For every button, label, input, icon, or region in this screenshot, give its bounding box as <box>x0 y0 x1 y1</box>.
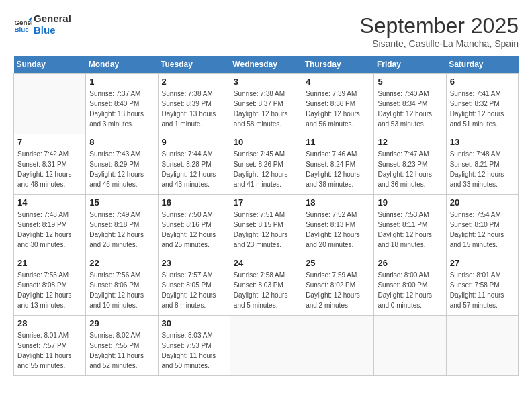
header-row: SundayMondayTuesdayWednesdayThursdayFrid… <box>14 56 519 74</box>
day-info: Sunrise: 7:39 AMSunset: 8:36 PMDaylight:… <box>306 89 370 129</box>
logo-line1: General <box>34 13 71 25</box>
svg-text:Blue: Blue <box>14 25 29 32</box>
day-number: 22 <box>89 258 154 268</box>
day-cell <box>302 316 374 376</box>
day-cell: 7Sunrise: 7:42 AMSunset: 8:31 PMDaylight… <box>14 134 86 195</box>
day-info: Sunrise: 7:59 AMSunset: 8:02 PMDaylight:… <box>306 270 370 310</box>
day-info: Sunrise: 7:41 AMSunset: 8:32 PMDaylight:… <box>450 89 515 129</box>
day-number: 27 <box>450 258 515 268</box>
week-row-1: 1Sunrise: 7:37 AMSunset: 8:40 PMDaylight… <box>14 74 519 134</box>
day-cell: 18Sunrise: 7:52 AMSunset: 8:13 PMDayligh… <box>302 195 374 255</box>
day-cell: 2Sunrise: 7:38 AMSunset: 8:39 PMDaylight… <box>158 74 230 134</box>
day-info: Sunrise: 8:02 AMSunset: 7:55 PMDaylight:… <box>89 330 154 371</box>
day-info: Sunrise: 7:38 AMSunset: 8:37 PMDaylight:… <box>234 89 298 129</box>
day-number: 7 <box>17 137 82 147</box>
day-number: 3 <box>234 77 298 87</box>
day-number: 9 <box>162 137 226 147</box>
day-cell: 24Sunrise: 7:58 AMSunset: 8:03 PMDayligh… <box>230 255 302 316</box>
day-number: 20 <box>450 197 515 208</box>
day-cell: 1Sunrise: 7:37 AMSunset: 8:40 PMDaylight… <box>86 74 158 134</box>
day-info: Sunrise: 7:55 AMSunset: 8:08 PMDaylight:… <box>17 270 82 310</box>
calendar-header: SundayMondayTuesdayWednesdayThursdayFrid… <box>14 56 519 74</box>
header-cell-wednesday: Wednesday <box>230 56 302 74</box>
day-cell: 22Sunrise: 7:56 AMSunset: 8:06 PMDayligh… <box>86 255 158 316</box>
day-info: Sunrise: 8:01 AMSunset: 7:58 PMDaylight:… <box>450 270 515 310</box>
title-block: September 2025 Sisante, Castille-La Manc… <box>359 13 519 49</box>
day-cell: 10Sunrise: 7:45 AMSunset: 8:26 PMDayligh… <box>230 134 302 195</box>
day-number: 13 <box>450 137 515 147</box>
week-row-2: 7Sunrise: 7:42 AMSunset: 8:31 PMDaylight… <box>14 134 519 195</box>
day-info: Sunrise: 7:51 AMSunset: 8:15 PMDaylight:… <box>234 210 298 250</box>
day-cell <box>230 316 302 376</box>
day-info: Sunrise: 7:56 AMSunset: 8:06 PMDaylight:… <box>89 270 154 310</box>
day-cell: 27Sunrise: 8:01 AMSunset: 7:58 PMDayligh… <box>446 255 518 316</box>
day-cell: 13Sunrise: 7:48 AMSunset: 8:21 PMDayligh… <box>446 134 518 195</box>
day-number: 12 <box>378 137 442 147</box>
logo: General Blue General Blue <box>13 13 71 36</box>
header-cell-friday: Friday <box>374 56 446 74</box>
day-number: 29 <box>89 318 154 328</box>
week-row-3: 14Sunrise: 7:48 AMSunset: 8:19 PMDayligh… <box>14 195 519 255</box>
day-cell: 20Sunrise: 7:54 AMSunset: 8:10 PMDayligh… <box>446 195 518 255</box>
day-cell: 11Sunrise: 7:46 AMSunset: 8:24 PMDayligh… <box>302 134 374 195</box>
day-number: 11 <box>306 137 370 147</box>
day-number: 28 <box>17 318 82 328</box>
day-number: 30 <box>162 318 226 328</box>
day-info: Sunrise: 7:58 AMSunset: 8:03 PMDaylight:… <box>234 270 298 310</box>
calendar-table: SundayMondayTuesdayWednesdayThursdayFrid… <box>13 56 519 376</box>
day-info: Sunrise: 7:37 AMSunset: 8:40 PMDaylight:… <box>89 89 154 129</box>
day-info: Sunrise: 7:43 AMSunset: 8:29 PMDaylight:… <box>89 149 154 189</box>
location-subtitle: Sisante, Castille-La Mancha, Spain <box>359 38 519 49</box>
day-info: Sunrise: 7:40 AMSunset: 8:34 PMDaylight:… <box>378 89 442 129</box>
header-cell-saturday: Saturday <box>446 56 518 74</box>
day-number: 15 <box>89 197 154 208</box>
day-cell: 26Sunrise: 8:00 AMSunset: 8:00 PMDayligh… <box>374 255 446 316</box>
day-cell: 16Sunrise: 7:50 AMSunset: 8:16 PMDayligh… <box>158 195 230 255</box>
day-cell: 19Sunrise: 7:53 AMSunset: 8:11 PMDayligh… <box>374 195 446 255</box>
day-cell: 17Sunrise: 7:51 AMSunset: 8:15 PMDayligh… <box>230 195 302 255</box>
header-cell-monday: Monday <box>86 56 158 74</box>
day-number: 26 <box>378 258 442 268</box>
day-cell: 4Sunrise: 7:39 AMSunset: 8:36 PMDaylight… <box>302 74 374 134</box>
day-number: 1 <box>89 77 154 87</box>
day-cell <box>374 316 446 376</box>
day-info: Sunrise: 7:44 AMSunset: 8:28 PMDaylight:… <box>162 149 226 189</box>
day-info: Sunrise: 7:48 AMSunset: 8:19 PMDaylight:… <box>17 210 82 250</box>
day-cell: 5Sunrise: 7:40 AMSunset: 8:34 PMDaylight… <box>374 74 446 134</box>
day-cell <box>14 74 86 134</box>
day-number: 23 <box>162 258 226 268</box>
day-info: Sunrise: 7:49 AMSunset: 8:18 PMDaylight:… <box>89 210 154 250</box>
header-cell-sunday: Sunday <box>14 56 86 74</box>
day-info: Sunrise: 8:01 AMSunset: 7:57 PMDaylight:… <box>17 330 82 371</box>
day-cell: 8Sunrise: 7:43 AMSunset: 8:29 PMDaylight… <box>86 134 158 195</box>
day-number: 6 <box>450 77 515 87</box>
day-number: 18 <box>306 197 370 208</box>
day-info: Sunrise: 7:50 AMSunset: 8:16 PMDaylight:… <box>162 210 226 250</box>
day-info: Sunrise: 7:52 AMSunset: 8:13 PMDaylight:… <box>306 210 370 250</box>
day-number: 5 <box>378 77 442 87</box>
header: General Blue General Blue September 2025… <box>13 13 519 49</box>
day-info: Sunrise: 7:53 AMSunset: 8:11 PMDaylight:… <box>378 210 442 250</box>
day-number: 25 <box>306 258 370 268</box>
logo-icon: General Blue <box>13 15 32 34</box>
day-number: 24 <box>234 258 298 268</box>
day-info: Sunrise: 7:45 AMSunset: 8:26 PMDaylight:… <box>234 149 298 189</box>
calendar-body: 1Sunrise: 7:37 AMSunset: 8:40 PMDaylight… <box>14 74 519 376</box>
day-number: 8 <box>89 137 154 147</box>
header-cell-thursday: Thursday <box>302 56 374 74</box>
header-cell-tuesday: Tuesday <box>158 56 230 74</box>
day-info: Sunrise: 8:03 AMSunset: 7:53 PMDaylight:… <box>162 330 226 371</box>
day-info: Sunrise: 7:47 AMSunset: 8:23 PMDaylight:… <box>378 149 442 189</box>
day-info: Sunrise: 7:42 AMSunset: 8:31 PMDaylight:… <box>17 149 82 189</box>
week-row-5: 28Sunrise: 8:01 AMSunset: 7:57 PMDayligh… <box>14 316 519 376</box>
day-info: Sunrise: 7:46 AMSunset: 8:24 PMDaylight:… <box>306 149 370 189</box>
day-number: 10 <box>234 137 298 147</box>
day-number: 17 <box>234 197 298 208</box>
day-number: 14 <box>17 197 82 208</box>
day-info: Sunrise: 7:57 AMSunset: 8:05 PMDaylight:… <box>162 270 226 310</box>
day-number: 4 <box>306 77 370 87</box>
day-cell: 23Sunrise: 7:57 AMSunset: 8:05 PMDayligh… <box>158 255 230 316</box>
day-info: Sunrise: 7:48 AMSunset: 8:21 PMDaylight:… <box>450 149 515 189</box>
day-cell: 12Sunrise: 7:47 AMSunset: 8:23 PMDayligh… <box>374 134 446 195</box>
day-cell: 9Sunrise: 7:44 AMSunset: 8:28 PMDaylight… <box>158 134 230 195</box>
